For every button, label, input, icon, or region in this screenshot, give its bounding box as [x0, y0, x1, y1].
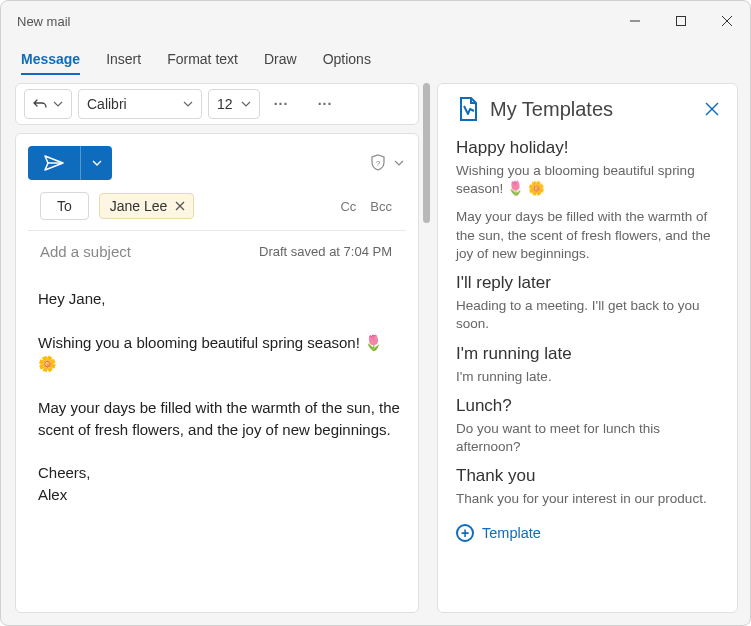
template-preview-extra: May your days be filled with the warmth …	[456, 208, 719, 263]
template-preview: Wishing you a blooming beautiful spring …	[456, 162, 719, 198]
scrollbar-thumb[interactable]	[423, 83, 430, 223]
template-item[interactable]: I'm running late I'm running late.	[456, 344, 719, 386]
template-preview: I'm running late.	[456, 368, 719, 386]
ribbon-tabs: Message Insert Format text Draw Options	[1, 41, 750, 75]
panel-header: My Templates	[456, 96, 719, 122]
template-title: Lunch?	[456, 396, 719, 416]
to-button[interactable]: To	[40, 192, 89, 220]
chevron-down-icon	[394, 158, 404, 168]
tab-options[interactable]: Options	[323, 51, 371, 75]
svg-text:?: ?	[376, 159, 381, 168]
chevron-down-icon	[241, 99, 251, 109]
template-item[interactable]: Thank you Thank you for your interest in…	[456, 466, 719, 508]
subject-row: Add a subject Draft saved at 7:04 PM	[28, 231, 406, 272]
font-family-value: Calibri	[87, 96, 127, 112]
tab-message[interactable]: Message	[21, 51, 80, 75]
template-item[interactable]: Happy holiday! Wishing you a blooming be…	[456, 138, 719, 263]
toolbar-overflow-2[interactable]: ···	[310, 89, 340, 119]
font-size-value: 12	[217, 96, 233, 112]
undo-icon	[33, 96, 49, 112]
message-scrollbar[interactable]	[419, 75, 435, 625]
undo-button[interactable]	[24, 89, 72, 119]
chevron-down-icon	[53, 99, 63, 109]
send-split-button	[28, 146, 112, 180]
close-icon	[705, 102, 719, 116]
template-title: Thank you	[456, 466, 719, 486]
chevron-down-icon	[92, 158, 102, 168]
close-window-button[interactable]	[704, 1, 750, 41]
send-icon	[44, 155, 64, 171]
window-title: New mail	[17, 14, 612, 29]
bcc-button[interactable]: Bcc	[370, 199, 392, 214]
template-preview: Do you want to meet for lunch this after…	[456, 420, 719, 456]
content-row: Calibri 12 ··· ···	[1, 75, 750, 625]
svg-rect-1	[677, 17, 686, 26]
template-item[interactable]: Lunch? Do you want to meet for lunch thi…	[456, 396, 719, 456]
message-card: ? To Jane Lee Cc Bcc	[15, 133, 419, 613]
recipients-row: To Jane Lee Cc Bcc	[28, 192, 406, 231]
send-button[interactable]	[28, 146, 80, 180]
tab-draw[interactable]: Draw	[264, 51, 297, 75]
template-preview: Thank you for your interest in our produ…	[456, 490, 719, 508]
template-preview: Heading to a meeting. I'll get back to y…	[456, 297, 719, 333]
tab-insert[interactable]: Insert	[106, 51, 141, 75]
plus-icon: +	[456, 524, 474, 542]
template-item[interactable]: I'll reply later Heading to a meeting. I…	[456, 273, 719, 333]
minimize-button[interactable]	[612, 1, 658, 41]
font-size-select[interactable]: 12	[208, 89, 260, 119]
cc-button[interactable]: Cc	[340, 199, 356, 214]
add-template-label: Template	[482, 525, 541, 541]
toolbar-overflow-1[interactable]: ···	[266, 89, 296, 119]
templates-icon	[456, 96, 480, 122]
panel-close-button[interactable]	[705, 102, 719, 116]
font-family-select[interactable]: Calibri	[78, 89, 202, 119]
panel-title: My Templates	[490, 98, 613, 121]
add-template-button[interactable]: + Template	[456, 524, 719, 542]
shield-icon: ?	[370, 154, 386, 172]
tab-format-text[interactable]: Format text	[167, 51, 238, 75]
send-options-button[interactable]	[80, 146, 112, 180]
formatting-toolbar: Calibri 12 ··· ···	[15, 83, 419, 125]
template-title: I'll reply later	[456, 273, 719, 293]
templates-panel: My Templates Happy holiday! Wishing you …	[437, 83, 738, 613]
chevron-down-icon	[183, 99, 193, 109]
send-row: ?	[16, 134, 418, 192]
compose-column: Calibri 12 ··· ···	[1, 75, 419, 625]
message-body[interactable]: Hey Jane, Wishing you a blooming beautif…	[16, 272, 418, 612]
maximize-button[interactable]	[658, 1, 704, 41]
recipient-name: Jane Lee	[110, 198, 168, 214]
recipient-chip[interactable]: Jane Lee	[99, 193, 195, 219]
subject-input[interactable]: Add a subject	[40, 243, 131, 260]
titlebar: New mail	[1, 1, 750, 41]
template-title: I'm running late	[456, 344, 719, 364]
new-mail-window: New mail Message Insert Format text Draw…	[0, 0, 751, 626]
template-title: Happy holiday!	[456, 138, 719, 158]
sensitivity-group[interactable]: ?	[370, 154, 404, 172]
draft-status: Draft saved at 7:04 PM	[259, 244, 392, 259]
remove-recipient-icon[interactable]	[175, 201, 185, 211]
